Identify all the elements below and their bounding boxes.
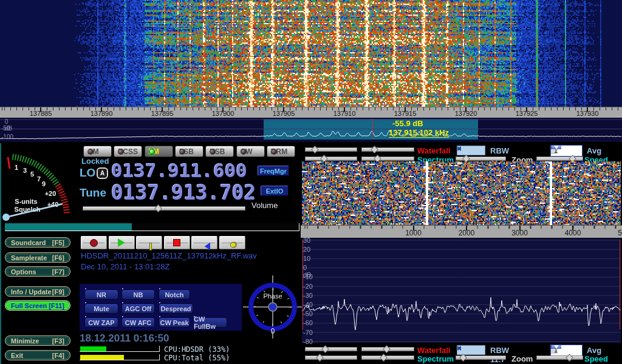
phase-knob[interactable] [268,303,277,311]
chevron-down-icon[interactable] [551,146,561,149]
wf-level-slider-b-bottom[interactable] [361,346,414,352]
lo-assign-button[interactable]: A [97,167,108,179]
dsp-button-cw-fullbw[interactable]: CW FullBw [193,317,227,328]
menu-button-exit[interactable]: Exit[F4] [5,350,70,360]
sp-level-slider-a-bottom[interactable] [305,354,357,361]
mode-button-fm[interactable]: FM [145,146,173,157]
s-meter-gauge: S-units Squelch 13579+20+40 [0,146,79,226]
dsp-button-agc-off[interactable]: AGC Off [121,303,155,314]
scroll-arrows-bottom[interactable] [457,345,485,355]
mode-button-lsb[interactable]: LSB [175,146,203,157]
audio-frequency-scale[interactable]: 10002000300040005000 [301,225,622,238]
waterfall-tab-top[interactable]: Waterfall [417,146,450,155]
lo-frequency-display[interactable]: 0137.911.600 [111,161,247,180]
cursor-frequency-readout: 137.915.102 kHz [389,128,449,138]
menu-button-fkey: [F11] [49,302,64,309]
tune-frequency-display[interactable]: 0137.913.702 [111,183,256,203]
menu-button-full-screen[interactable]: Full Screen[F11] [5,300,70,311]
speed-label-bottom[interactable]: Speed [584,354,608,363]
sp-level-slider-b-bottom-track [361,356,414,360]
smeter-tick-label: 5 [30,170,34,178]
dsp-button-label: CW ZAP [88,319,114,326]
sp-level-slider-b-bottom[interactable] [361,354,414,361]
dsp-button-mute[interactable]: Mute [84,303,118,314]
play-button[interactable] [109,236,135,249]
phase-dial[interactable]: Phase 0 [243,273,304,341]
dsp-button-label: AGC Off [125,305,151,312]
mode-button-drm[interactable]: DRM [267,146,295,157]
avg-label-top[interactable]: Avg [587,146,601,155]
menu-button-minimize[interactable]: Minimize[F3] [5,335,70,346]
cpu-hdsdr-bar [80,346,160,352]
audio-db-label: 20 [303,246,310,253]
menu-button-options[interactable]: Options[F7] [5,266,70,277]
smeter-units-label: S-units [15,198,37,205]
scroll-right-icon[interactable] [457,146,461,151]
smeter-tick-label: 3 [23,167,27,174]
dsp-button-notch[interactable]: Notch [159,289,190,300]
chevron-down-icon[interactable] [551,345,561,349]
avg-label-bottom[interactable]: Avg [587,346,601,355]
playback-progress-bar[interactable] [5,223,299,231]
rf-frequency-scale[interactable]: 1378851378901378951379001379051379101379… [0,107,622,118]
rf-spectrum-strip[interactable] [0,118,622,142]
menu-button-soundcard[interactable]: Soundcard[F5] [5,237,70,248]
wf-level-slider-b-top-track [361,147,414,152]
audio-db-label: -30 [303,292,313,299]
menu-button-label: Exit [11,352,23,359]
scroll-arrows-top[interactable] [457,146,485,155]
audio-waterfall-display[interactable] [302,161,621,225]
squelch-needle-pivot[interactable] [2,214,10,221]
dsp-button-nr[interactable]: NR [84,289,118,300]
dsp-button-despread[interactable]: Despread [159,303,193,314]
audio-db-label: 30 [303,237,310,244]
audio-db-label: -70 [303,329,313,336]
mode-button-usb[interactable]: USB [205,146,234,157]
dsp-button-label: CW AFC [125,319,152,326]
dsp-panel: NRNBNotchMuteAGC OffDespreadCW ZAPCW AFC… [80,284,242,331]
menu-button-info-update[interactable]: Info / Update[F9] [5,286,70,297]
audio-db-label: -40 [303,301,313,308]
playback-progress-fill [5,223,132,231]
sp-level-slider-a-top-track [305,157,357,161]
menu-button-fkey: [F5] [52,239,64,246]
stop-button[interactable] [164,236,190,249]
rf-waterfall-display[interactable] [0,0,622,107]
dsp-button-nb[interactable]: NB [121,289,155,300]
rewind-button[interactable] [191,236,217,249]
waterfall-tab-bottom[interactable]: Waterfall [417,346,450,355]
wf-level-slider-a-bottom[interactable] [305,346,357,352]
audio-scale-label: 2000 [451,229,482,237]
wf-level-slider-a-top[interactable] [305,146,357,153]
wf-level-slider-b-top[interactable] [361,146,414,153]
menu-button-samplerate[interactable]: Samplerate[F6] [5,252,70,263]
record-button[interactable] [81,236,107,249]
mode-button-ecss[interactable]: ECSS [114,146,142,157]
rf-scale-label: 137900 [205,110,241,117]
rf-scale-label: 137925 [508,110,545,117]
dsp-button-cw-zap[interactable]: CW ZAP [84,317,118,328]
mode-button-am[interactable]: AM [83,146,112,157]
spectrum-tab-bottom[interactable]: Spectrum [417,354,454,363]
audio-spectrum-display[interactable] [302,238,621,343]
speed-slider-bottom[interactable] [536,354,583,361]
freqmgr-button[interactable]: FreqMgr [258,166,289,176]
dsp-button-label: Despread [160,305,191,312]
cpu-total-label: CPU:Total (55%) [164,354,230,362]
extio-button[interactable]: ExtIO [261,186,289,196]
scroll-right-icon[interactable] [457,346,461,351]
sp-level-slider-a-bottom-track [305,356,357,360]
smeter-tick-label: 7 [37,175,41,183]
pause-button[interactable] [136,236,162,249]
menu-button-label: Info / Update [11,288,52,295]
volume-slider[interactable] [83,205,245,212]
dsp-button-cw-peak[interactable]: CW Peak [159,317,190,328]
mode-button-cw[interactable]: CW [236,146,265,157]
audio-scale-label: 1000 [398,229,429,237]
zoom-label-bottom[interactable]: Zoom [511,354,533,363]
audio-db-label: -80 [303,338,313,345]
zoom-slider-bottom[interactable] [456,354,506,361]
wf-level-slider-a-bottom-track [305,347,357,351]
dsp-button-cw-afc[interactable]: CW AFC [121,317,155,328]
loop-button[interactable] [219,236,245,249]
